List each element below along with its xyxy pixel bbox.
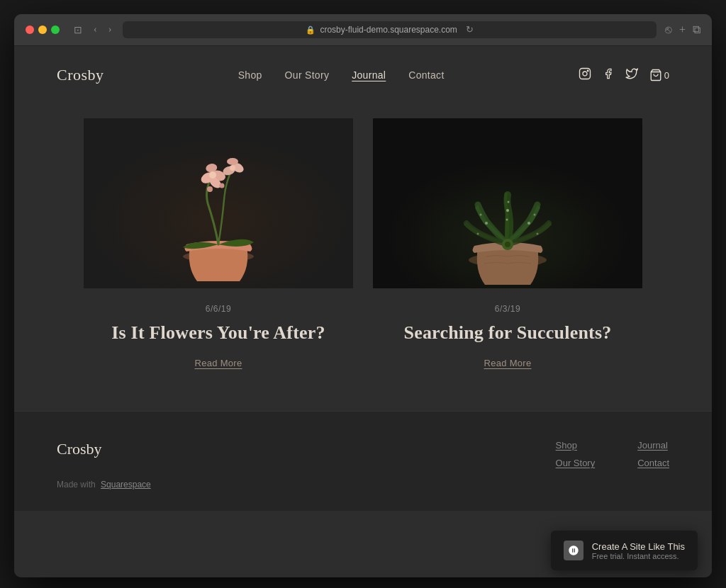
close-button[interactable] <box>26 26 34 34</box>
footer-credit-text: Made with <box>57 480 96 490</box>
browser-actions: ⎋ + ⧉ <box>665 23 700 36</box>
browser-controls: ⊡ ‹ › <box>71 23 114 38</box>
nav-our-story[interactable]: Our Story <box>285 69 330 81</box>
twitter-icon[interactable] <box>625 67 638 83</box>
svg-point-28 <box>537 233 539 235</box>
main-nav: Shop Our Story Journal Contact <box>238 69 445 81</box>
facebook-icon[interactable] <box>603 67 614 83</box>
squarespace-popup[interactable]: Create A Site Like This Free trial. Inst… <box>551 531 698 570</box>
share-icon[interactable]: ⎋ <box>665 23 672 36</box>
blog-date-2: 6/3/19 <box>495 304 520 314</box>
refresh-icon[interactable]: ↻ <box>466 24 474 35</box>
blog-date-1: 6/6/19 <box>206 304 231 314</box>
minimize-button[interactable] <box>38 26 47 34</box>
svg-point-2 <box>587 70 588 72</box>
blog-image-orchid[interactable] <box>84 118 353 288</box>
svg-point-26 <box>485 222 488 225</box>
website-content: Crosby Shop Our Story Journal Contact <box>14 46 712 577</box>
cart-count: 0 <box>664 70 669 81</box>
nav-journal[interactable]: Journal <box>352 69 386 81</box>
footer-nav-our-story[interactable]: Our Story <box>556 458 596 468</box>
svg-point-24 <box>527 222 530 225</box>
new-tab-icon[interactable]: + <box>679 23 686 36</box>
address-bar[interactable]: 🔒 crosby-fluid-demo.squarespace.com ↻ <box>123 21 657 38</box>
lock-icon: 🔒 <box>306 26 315 35</box>
url-text: crosby-fluid-demo.squarespace.com <box>320 25 457 35</box>
site-logo[interactable]: Crosby <box>57 66 104 84</box>
svg-point-29 <box>477 233 479 235</box>
site-header: Crosby Shop Our Story Journal Contact <box>14 46 712 104</box>
svg-point-14 <box>227 158 238 165</box>
svg-point-31 <box>505 242 510 247</box>
nav-contact[interactable]: Contact <box>408 69 444 81</box>
ss-text-block: Create A Site Like This Free trial. Inst… <box>592 541 685 560</box>
squarespace-link[interactable]: Squarespace <box>101 480 151 490</box>
svg-point-25 <box>534 214 536 216</box>
footer-nav-col-2: Journal Contact <box>637 440 669 468</box>
blog-title-2: Searching for Succulents? <box>404 321 612 345</box>
blog-card-orchid: 6/6/19 Is It Flowers You're After? Read … <box>84 118 353 368</box>
maximize-button[interactable] <box>51 26 60 34</box>
svg-point-17 <box>220 183 225 188</box>
footer-nav-contact[interactable]: Contact <box>637 458 669 468</box>
back-button[interactable]: ‹ <box>91 23 100 37</box>
read-more-2[interactable]: Read More <box>484 358 531 368</box>
footer-nav-columns: Shop Our Story Journal Contact <box>556 440 669 468</box>
svg-point-23 <box>506 219 508 221</box>
header-icons: 0 <box>579 67 669 83</box>
svg-point-11 <box>209 171 216 179</box>
nav-shop[interactable]: Shop <box>238 69 262 81</box>
forward-button[interactable]: › <box>106 23 115 37</box>
blog-card-succulent: 6/3/19 Searching for Succulents? Read Mo… <box>373 118 642 368</box>
read-more-1[interactable]: Read More <box>194 358 242 368</box>
browser-window: ⊡ ‹ › 🔒 crosby-fluid-demo.squarespace.co… <box>14 14 712 577</box>
ss-headline: Create A Site Like This <box>592 541 685 552</box>
squarespace-logo-icon <box>564 541 583 560</box>
browser-chrome: ⊡ ‹ › 🔒 crosby-fluid-demo.squarespace.co… <box>14 14 712 46</box>
site-footer: Crosby Made with Squarespace Shop Our St… <box>14 411 712 511</box>
blog-title-1: Is It Flowers You're After? <box>111 321 325 345</box>
svg-point-15 <box>230 165 235 171</box>
svg-point-22 <box>508 201 510 203</box>
svg-point-27 <box>480 214 482 216</box>
traffic-lights <box>26 26 60 34</box>
svg-point-16 <box>207 186 213 192</box>
blog-image-succulent[interactable] <box>373 118 642 288</box>
copy-icon[interactable]: ⧉ <box>693 23 700 36</box>
footer-logo[interactable]: Crosby <box>57 440 151 458</box>
window-icon[interactable]: ⊡ <box>71 23 85 38</box>
cart-icon[interactable]: 0 <box>649 69 669 81</box>
svg-rect-0 <box>579 69 590 79</box>
ss-subtext: Free trial. Instant access. <box>592 552 685 560</box>
footer-credit: Made with Squarespace <box>57 480 151 490</box>
svg-point-21 <box>506 209 509 212</box>
footer-left: Crosby Made with Squarespace <box>57 440 151 490</box>
footer-nav-col-1: Shop Our Story <box>556 440 596 468</box>
instagram-icon[interactable] <box>579 67 591 83</box>
svg-point-1 <box>583 72 587 76</box>
blog-grid: 6/6/19 Is It Flowers You're After? Read … <box>14 104 712 411</box>
footer-nav-journal[interactable]: Journal <box>637 440 669 451</box>
footer-nav-shop[interactable]: Shop <box>556 440 596 451</box>
